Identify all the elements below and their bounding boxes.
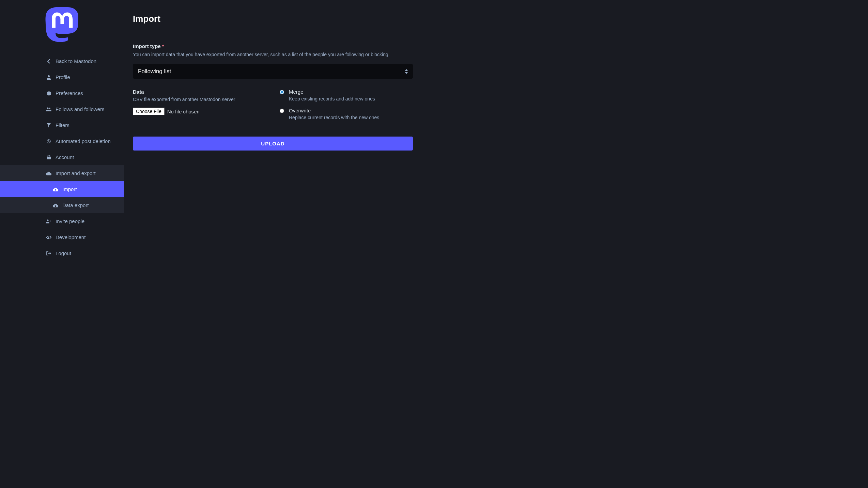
nav: Back to Mastodon Profile Preferences Fol… [0, 53, 124, 261]
lock-icon [46, 155, 51, 160]
nav-development[interactable]: Development [0, 229, 124, 245]
nav-profile[interactable]: Profile [0, 69, 124, 85]
page-title: Import [133, 14, 854, 24]
mastodon-logo[interactable] [45, 7, 79, 43]
radio-merge-input[interactable] [280, 90, 284, 94]
radio-overwrite-label: Overwrite [289, 108, 379, 113]
form-columns: Data CSV file exported from another Mast… [133, 89, 413, 126]
nav-follows[interactable]: Follows and followers [0, 101, 124, 117]
sidebar: Back to Mastodon Profile Preferences Fol… [0, 0, 124, 488]
filter-icon [46, 123, 51, 128]
nav-label: Follows and followers [56, 106, 104, 112]
radio-merge-hint: Keep existing records and add new ones [289, 96, 375, 101]
file-input-row: Choose File No file chosen [133, 108, 266, 115]
svg-point-1 [47, 107, 49, 109]
data-label: Data [133, 89, 266, 95]
user-plus-icon [46, 219, 51, 224]
data-column: Data CSV file exported from another Mast… [133, 89, 266, 126]
code-icon [46, 235, 51, 240]
nav-sub-label: Data export [62, 202, 89, 208]
nav-label: Logout [56, 250, 71, 256]
svg-point-4 [47, 219, 49, 221]
file-status: No file chosen [167, 109, 200, 114]
nav-label: Account [56, 154, 74, 160]
nav-sub-import[interactable]: Import [0, 181, 124, 197]
nav-filters[interactable]: Filters [0, 117, 124, 133]
radio-overwrite[interactable]: Overwrite Replace current records with t… [280, 108, 413, 120]
users-icon [46, 107, 51, 112]
mode-column: Merge Keep existing records and add new … [280, 89, 413, 126]
history-icon [46, 139, 51, 144]
radio-merge[interactable]: Merge Keep existing records and add new … [280, 89, 413, 101]
radio-merge-label: Merge [289, 89, 375, 95]
nav-sub-export[interactable]: Data export [0, 197, 124, 213]
svg-rect-3 [47, 157, 51, 159]
import-type-label: Import type * [133, 43, 854, 49]
main-content: Import Import type * You can import data… [124, 0, 868, 488]
radio-overwrite-input[interactable] [280, 109, 284, 113]
user-icon [46, 75, 51, 80]
nav-label: Back to Mastodon [56, 58, 96, 64]
nav-label: Development [56, 234, 86, 240]
nav-label: Invite people [56, 218, 84, 224]
cloud-icon [46, 171, 51, 176]
cloud-upload-icon [53, 187, 58, 192]
radio-overwrite-hint: Replace current records with the new one… [289, 115, 379, 120]
nav-label: Filters [56, 122, 69, 128]
data-hint: CSV file exported from another Mastodon … [133, 97, 266, 102]
nav-back[interactable]: Back to Mastodon [0, 53, 124, 69]
svg-point-2 [49, 108, 50, 109]
nav-logout[interactable]: Logout [0, 245, 124, 261]
nav-label: Profile [56, 74, 70, 80]
svg-point-0 [48, 75, 50, 77]
nav-preferences[interactable]: Preferences [0, 85, 124, 101]
nav-invite[interactable]: Invite people [0, 213, 124, 229]
choose-file-button[interactable]: Choose File [133, 108, 165, 115]
cloud-download-icon [53, 203, 58, 208]
nav-label: Import and export [56, 170, 96, 176]
nav-sub-label: Import [62, 186, 77, 192]
required-mark: * [162, 43, 164, 49]
nav-import-export[interactable]: Import and export [0, 165, 124, 181]
gear-icon [46, 91, 51, 96]
nav-label: Preferences [56, 90, 83, 96]
import-type-hint: You can import data that you have export… [133, 52, 854, 57]
import-type-select[interactable]: Following list [133, 64, 413, 79]
upload-button[interactable]: UPLOAD [133, 137, 413, 151]
nav-automated-deletion[interactable]: Automated post deletion [0, 133, 124, 149]
nav-account[interactable]: Account [0, 149, 124, 165]
nav-label: Automated post deletion [56, 138, 111, 144]
import-type-select-wrapper: Following list [133, 64, 413, 79]
logout-icon [46, 251, 51, 256]
chevron-left-icon [46, 59, 51, 64]
